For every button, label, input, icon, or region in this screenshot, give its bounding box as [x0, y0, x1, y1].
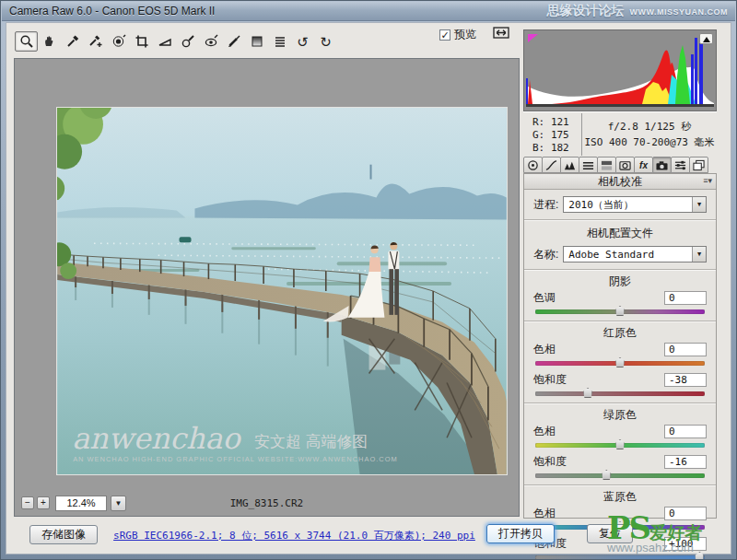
- preferences-icon[interactable]: [268, 31, 291, 52]
- tab-effects[interactable]: fx: [634, 157, 653, 173]
- slider-track-red-sat[interactable]: [535, 391, 705, 396]
- tab-split-toning[interactable]: [597, 157, 616, 173]
- r-value: 121: [551, 116, 569, 128]
- color-sampler-tool-icon[interactable]: [84, 31, 107, 52]
- open-copy-button[interactable]: 打开拷贝: [486, 524, 555, 543]
- panel-header: 相机校准 ≡▾: [524, 174, 716, 190]
- site-watermark: PS爱好者 www.psahz.com: [607, 512, 729, 554]
- slider-thumb[interactable]: [615, 439, 626, 449]
- rgb-readout: R: 121 G: 175 B: 182: [523, 113, 582, 156]
- slider-value-box[interactable]: 0: [664, 425, 707, 438]
- divider: [524, 484, 716, 486]
- slider-thumb[interactable]: [615, 357, 626, 368]
- tab-detail[interactable]: [560, 157, 579, 173]
- camera-calibration-panel: 相机校准 ≡▾ 进程: 2010（当前） ▼ 相机配置文件 名称: Adobe …: [523, 173, 717, 519]
- slider-label: 饱和度: [533, 454, 567, 470]
- tab-hsl-grayscale[interactable]: [579, 157, 598, 173]
- process-version-select[interactable]: 2010（当前） ▼: [563, 196, 707, 213]
- red-eye-removal-tool-icon[interactable]: [199, 31, 222, 52]
- exposure-info: R: 121 G: 175 B: 182 f/2.8 1/125 秒 ISO 4…: [523, 113, 717, 156]
- aperture-shutter: f/2.8 1/125 秒: [582, 119, 717, 134]
- targeted-adjustment-tool-icon[interactable]: [107, 31, 130, 52]
- photo-watermark-sub: AN WENCHAO HIGH-END GRAPHIC OFFICIAL WEB…: [73, 455, 398, 463]
- window-title: Camera Raw 6.0 - Canon EOS 5D Mark II: [9, 5, 215, 18]
- workflow-options-link[interactable]: sRGB IEC61966-2.1; 8 位; 5616 x 3744 (21.…: [108, 529, 481, 542]
- process-version-value: 2010（当前）: [568, 198, 634, 212]
- right-panel: R: 121 G: 175 B: 182 f/2.8 1/125 秒 ISO 4…: [522, 28, 719, 519]
- section-heading: 红原色: [524, 325, 716, 341]
- profile-name-label: 名称:: [533, 247, 558, 262]
- slider-thumb[interactable]: [615, 306, 626, 316]
- camera-settings-readout: f/2.8 1/125 秒 ISO 400 70-200@73 毫米: [582, 113, 717, 156]
- panel-title: 相机校准: [598, 174, 642, 190]
- slider-value-box[interactable]: -38: [664, 373, 707, 387]
- b-value: 182: [551, 142, 569, 154]
- tab-snapshots[interactable]: [689, 157, 708, 173]
- profile-name-value: Adobe Standard: [568, 249, 654, 261]
- white-balance-tool-icon[interactable]: [61, 31, 84, 52]
- slider-label: 色相: [533, 424, 556, 439]
- slider-track-red-hue[interactable]: [535, 361, 705, 366]
- title-watermark-text: 思缘设计论坛: [547, 3, 625, 19]
- tab-camera-calibration[interactable]: [652, 157, 672, 173]
- section-heading: 阴影: [524, 274, 716, 289]
- dialog-client-area: ↺ ↻ ✓ 预览: [6, 22, 731, 554]
- slider-track-green-sat[interactable]: [535, 473, 705, 478]
- save-image-button[interactable]: 存储图像: [29, 525, 98, 544]
- slider-thumb[interactable]: [602, 470, 612, 480]
- chevron-down-icon[interactable]: ▼: [692, 197, 706, 212]
- spot-removal-tool-icon[interactable]: [176, 31, 199, 52]
- tab-presets[interactable]: [671, 157, 690, 173]
- slider-track-green-hue[interactable]: [535, 443, 705, 448]
- footer-bar: 存储图像 sRGB IEC61966-2.1; 8 位; 5616 x 3744…: [6, 517, 731, 554]
- panel-menu-icon[interactable]: ≡▾: [703, 176, 712, 185]
- image-canvas[interactable]: anwenchao 安文超 高端修图 AN WENCHAO HIGH-END G…: [14, 58, 520, 517]
- tab-basic[interactable]: [523, 157, 543, 173]
- filename: IMG_8315.CR2: [15, 497, 519, 509]
- straighten-tool-icon[interactable]: [153, 31, 176, 52]
- process-label: 进程:: [533, 197, 558, 213]
- graduated-filter-tool-icon[interactable]: [245, 31, 268, 52]
- title-watermark: 思缘设计论坛 WWW.MISSYUAN.COM: [547, 3, 729, 19]
- section-heading: 蓝原色: [524, 489, 716, 505]
- divider: [524, 219, 716, 221]
- divider: [524, 269, 716, 271]
- photo-watermark-script: anwenchao: [72, 421, 241, 456]
- preview-control: ✓ 预览: [439, 26, 509, 43]
- fullscreen-toggle-icon[interactable]: [493, 26, 509, 43]
- slider-label: 饱和度: [533, 372, 567, 388]
- slider-track-blue-sat[interactable]: [535, 555, 705, 560]
- adjustment-brush-tool-icon[interactable]: [222, 31, 245, 52]
- histogram[interactable]: [523, 29, 717, 111]
- section-heading: 绿原色: [524, 407, 716, 423]
- slider-track-tint[interactable]: [535, 309, 705, 314]
- rotate-left-icon[interactable]: ↺: [291, 31, 314, 52]
- photo-watermark-cn: 安文超 高端修图: [254, 433, 368, 450]
- slider-value-box[interactable]: 0: [664, 343, 707, 356]
- camera-raw-window: Camera Raw 6.0 - Canon EOS 5D Mark II 思缘…: [0, 0, 737, 560]
- slider-label: 色调: [533, 290, 556, 306]
- divider: [524, 321, 716, 322]
- highlight-clipping-warning-icon[interactable]: [699, 33, 713, 44]
- tab-tone-curve[interactable]: [542, 157, 561, 173]
- shadow-clipping-warning-icon[interactable]: [528, 34, 538, 42]
- slider-thumb[interactable]: [583, 388, 593, 398]
- slider-label: 色相: [533, 342, 556, 357]
- chevron-down-icon[interactable]: ▼: [692, 247, 706, 262]
- site-watermark-cn: 爱好者: [649, 523, 702, 542]
- zoom-tool-icon[interactable]: [15, 31, 38, 52]
- tab-lens-corrections[interactable]: [615, 157, 635, 173]
- slider-value-box[interactable]: 0: [664, 291, 707, 305]
- profile-name-select[interactable]: Adobe Standard ▼: [563, 246, 707, 262]
- preview-checkbox[interactable]: ✓: [439, 29, 450, 41]
- slider-value-box[interactable]: -16: [664, 455, 707, 469]
- canvas-status-row: IMG_8315.CR2 − + 12.4% ▼: [15, 492, 519, 514]
- title-bar[interactable]: Camera Raw 6.0 - Canon EOS 5D Mark II 思缘…: [2, 2, 735, 21]
- camera-profile-heading: 相机配置文件: [524, 226, 716, 241]
- crop-tool-icon[interactable]: [130, 31, 153, 52]
- photo[interactable]: anwenchao 安文超 高端修图 AN WENCHAO HIGH-END G…: [56, 107, 508, 475]
- title-watermark-url: WWW.MISSYUAN.COM: [630, 7, 729, 17]
- rotate-right-icon[interactable]: ↻: [314, 31, 337, 52]
- hand-tool-icon[interactable]: [38, 31, 61, 52]
- iso-lens: ISO 400 70-200@73 毫米: [582, 134, 717, 150]
